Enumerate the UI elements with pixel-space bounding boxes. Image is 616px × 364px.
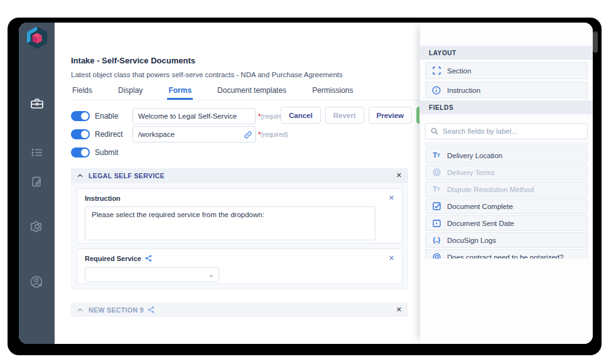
tab-document-templates[interactable]: Document templates <box>216 83 288 100</box>
layout-item-label: Section <box>447 67 471 75</box>
required-service-card[interactable]: Required Service ✕ ⌄ <box>77 249 403 284</box>
submit-row: Submit <box>71 144 132 161</box>
checkbox-icon <box>431 202 441 210</box>
toggle-knob <box>81 149 89 156</box>
redirect-toggle[interactable] <box>71 129 90 139</box>
code-braces-icon: {..} <box>431 237 441 244</box>
field-item-label: Document Sent Date <box>447 220 514 227</box>
redirect-url-input[interactable] <box>132 126 256 142</box>
section-body: Instruction ✕ Please select the required… <box>71 183 408 289</box>
radio-icon <box>431 253 441 259</box>
field-item-label: Does contract need to be notarized? <box>447 254 563 259</box>
share-icon[interactable] <box>148 306 154 313</box>
text-field-icon: TT <box>431 186 441 193</box>
welcome-title-input[interactable] <box>132 108 256 124</box>
field-item-label: Document Complete <box>447 203 513 210</box>
search-input[interactable] <box>443 127 582 135</box>
tab-display[interactable]: Display <box>117 83 144 100</box>
link-icon[interactable] <box>244 130 252 141</box>
list-icon <box>31 148 43 157</box>
nav-users[interactable] <box>28 272 46 291</box>
layout-item-label: Instruction <box>447 87 480 94</box>
fields-header: FIELDS <box>420 100 593 114</box>
close-icon[interactable]: ✕ <box>389 194 394 202</box>
collapse-caret-icon[interactable] <box>77 308 83 312</box>
collapse-caret-icon[interactable] <box>77 174 83 178</box>
field-item-label: Delivery Terms <box>447 169 495 176</box>
nav-list[interactable] <box>28 143 46 162</box>
nav-settings[interactable] <box>28 217 46 236</box>
search-icon <box>431 127 438 135</box>
section-corners-icon <box>431 67 441 75</box>
preview-button[interactable]: Preview <box>369 107 412 124</box>
components-panel: LAYOUT Section Instruction F <box>419 23 593 344</box>
field-item-dispute-resolution-method[interactable]: TT Dispute Resolution Method <box>425 181 588 197</box>
enable-row: Enable *(required) <box>71 108 288 124</box>
instruction-card-label: Instruction <box>85 195 121 202</box>
field-item-document-sent-date[interactable]: Document Sent Date <box>425 215 588 231</box>
field-item-label: Dispute Resolution Method <box>447 186 534 193</box>
tab-bar: Fields Display Forms Document templates … <box>71 83 419 100</box>
gear-icon <box>30 219 45 234</box>
tab-fields[interactable]: Fields <box>71 83 94 100</box>
date-icon <box>431 219 441 227</box>
section-title: LEGAL SELF SERVICE <box>89 172 165 179</box>
fields-list: TT Delivery Location Delivery Terms TT D… <box>425 142 588 259</box>
submit-label: Submit <box>95 148 132 157</box>
section-header-legal-self-service[interactable]: LEGAL SELF SERVICE ✕ <box>71 168 408 183</box>
layout-item-section[interactable]: Section <box>425 62 588 79</box>
briefcase-icon <box>30 97 44 110</box>
close-icon[interactable]: ✕ <box>389 254 394 262</box>
screenshot-stage: Intake - Self-Service Documents Latest o… <box>0 0 616 364</box>
info-circle-icon <box>431 86 441 95</box>
enable-toggle[interactable] <box>71 111 90 121</box>
field-item-label: Delivery Location <box>447 152 502 159</box>
radio-icon <box>431 168 441 176</box>
nav-documents[interactable] <box>28 172 46 191</box>
field-item-docusign-logs[interactable]: {..} DocuSign Logs <box>425 232 588 248</box>
field-item-clipped-bottom[interactable]: Does contract need to be notarized? <box>425 249 588 259</box>
instruction-card[interactable]: Instruction ✕ Please select the required… <box>77 188 403 244</box>
required-marker: *(required) <box>258 131 288 138</box>
main-content: Intake - Self-Service Documents Latest o… <box>55 23 419 344</box>
tab-permissions[interactable]: Permissions <box>311 83 354 100</box>
section-title: NEW SECTION 9 <box>89 306 144 314</box>
tab-forms[interactable]: Forms <box>167 83 193 100</box>
redirect-row: Redirect *(required) <box>71 126 288 142</box>
revert-button[interactable]: Revert <box>325 107 364 124</box>
close-icon[interactable]: ✕ <box>396 306 402 314</box>
close-icon[interactable]: ✕ <box>396 171 402 179</box>
nav-briefcase[interactable] <box>28 94 46 113</box>
section-header-new-section-9[interactable]: NEW SECTION 9 ✕ <box>71 302 408 317</box>
user-star-icon <box>30 275 44 289</box>
cancel-button[interactable]: Cancel <box>281 107 321 124</box>
enable-label: Enable <box>95 112 132 120</box>
share-icon[interactable] <box>145 255 152 262</box>
required-service-label: Required Service <box>85 255 141 262</box>
text-field-icon: TT <box>431 152 441 159</box>
left-sidebar <box>19 23 55 344</box>
field-item-clipped-top[interactable] <box>425 142 588 146</box>
field-item-delivery-terms[interactable]: Delivery Terms <box>425 164 588 180</box>
redirect-label: Redirect <box>95 130 132 139</box>
clipboard-edit-icon <box>31 176 43 188</box>
toggle-knob <box>81 112 89 120</box>
field-search <box>425 123 588 139</box>
page-title: Intake - Self-Service Documents <box>71 56 195 65</box>
field-item-label: DocuSign Logs <box>447 237 496 244</box>
layout-item-instruction[interactable]: Instruction <box>425 82 588 99</box>
layout-header: LAYOUT <box>420 46 593 60</box>
app-window: Intake - Self-Service Documents Latest o… <box>19 23 593 344</box>
panel-scrollbar[interactable] <box>593 31 598 53</box>
page-subtitle: Latest object class that powers self-ser… <box>71 71 343 78</box>
required-service-select[interactable]: ⌄ <box>85 267 219 282</box>
app-logo-cube-icon[interactable] <box>25 25 49 50</box>
toggle-knob <box>81 131 89 138</box>
chevron-down-icon: ⌄ <box>208 270 214 279</box>
submit-toggle[interactable] <box>71 147 90 158</box>
instruction-textarea[interactable]: Please select the required service from … <box>85 206 376 240</box>
field-item-document-complete[interactable]: Document Complete <box>425 198 588 214</box>
field-item-delivery-location[interactable]: TT Delivery Location <box>425 147 588 163</box>
